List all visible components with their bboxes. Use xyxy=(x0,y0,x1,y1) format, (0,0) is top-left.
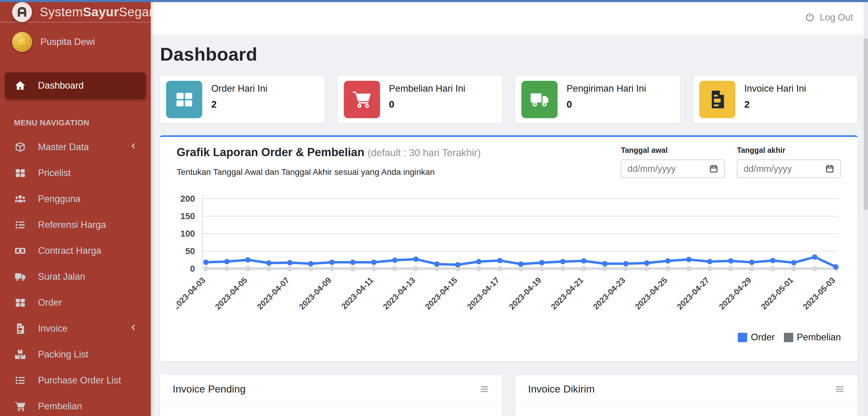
stat-cards-row: Order Hari Ini 2 Pembelian Hari Ini 0 Pe… xyxy=(160,76,858,123)
stat-card-invoice-hari-ini: Invoice Hari Ini 2 xyxy=(693,76,858,123)
stat-card-icon-tile xyxy=(166,81,202,118)
sidebar-item-surat-jalan[interactable]: Surat Jalan xyxy=(5,264,146,290)
panel-title: Invoice Pending xyxy=(173,383,246,395)
list-icon xyxy=(13,219,27,231)
chart-legend: OrderPembelian xyxy=(177,332,841,343)
sidebar-item-invoice[interactable]: Invoice xyxy=(5,316,146,341)
svg-text:0: 0 xyxy=(190,264,195,273)
sidebar-item-pembelian[interactable]: Pembelian xyxy=(5,393,146,416)
money-icon xyxy=(13,245,27,257)
svg-text:150: 150 xyxy=(181,211,195,221)
panel-menu-icon[interactable] xyxy=(835,384,845,394)
panel-invoice-pending: Invoice Pending No xyxy=(160,375,502,416)
date-to-input[interactable]: dd/mm/yyyy xyxy=(737,159,841,178)
svg-text:2023-04-23: 2023-04-23 xyxy=(591,275,627,311)
sidebar-item-packing-list[interactable]: Packing List xyxy=(5,341,146,367)
stat-card-value: 2 xyxy=(744,99,806,110)
stat-card-pengiriman-hari-ini: Pengiriman Hari Ini 0 xyxy=(516,76,680,123)
users-icon xyxy=(13,193,27,205)
stat-card-order-hari-ini: Order Hari Ini 2 xyxy=(160,76,324,123)
legend-label: Pembelian xyxy=(797,332,841,343)
sidebar-item-label: Contract Harga xyxy=(38,245,101,256)
sidebar-item-pengguna[interactable]: Pengguna xyxy=(5,186,146,212)
svg-text:2023-05-01: 2023-05-01 xyxy=(759,275,795,311)
svg-text:2023-04-21: 2023-04-21 xyxy=(549,275,585,311)
svg-text:2023-04-19: 2023-04-19 xyxy=(507,275,543,311)
bottom-panels-row: Invoice Pending No Invoice Dikirim No xyxy=(160,375,858,416)
boxes-icon xyxy=(13,349,27,360)
content: Dashboard Order Hari Ini 2 Pembelian Har… xyxy=(151,35,868,416)
legend-label: Order xyxy=(751,332,775,343)
chart-subtitle: Tentukan Tanggal Awal dan Tanggal Akhir … xyxy=(177,167,481,177)
legend-item-pembelian[interactable]: Pembelian xyxy=(784,332,841,343)
sidebar-item-purchase-order-list[interactable]: Purchase Order List xyxy=(5,367,146,393)
sidebar-item-label: Master Data xyxy=(38,142,89,152)
date-from-label: Tanggal awal xyxy=(621,146,725,155)
app-logo-icon xyxy=(12,2,32,22)
stat-card-title: Invoice Hari Ini xyxy=(744,83,806,94)
legend-item-order[interactable]: Order xyxy=(738,332,775,343)
sidebar: SystemSayurSegar Puspita Dewi Dashboard … xyxy=(0,0,151,416)
calendar-icon xyxy=(825,164,834,173)
cart-icon xyxy=(13,400,27,412)
chevron-left-icon xyxy=(129,142,137,152)
sidebar-item-master-data[interactable]: Master Data xyxy=(5,134,146,160)
svg-text:2023-04-13: 2023-04-13 xyxy=(381,275,417,311)
sidebar-item-label: Invoice xyxy=(38,323,67,334)
sidebar-item-order[interactable]: Order xyxy=(5,290,146,316)
svg-text:2023-04-09: 2023-04-09 xyxy=(297,275,333,311)
sidebar-item-referensi-harga[interactable]: Referensi Harga xyxy=(5,212,146,238)
svg-text:2023-04-07: 2023-04-07 xyxy=(255,275,291,311)
svg-text:2023-04-15: 2023-04-15 xyxy=(423,275,459,311)
legend-swatch xyxy=(738,333,747,342)
panel-body: No xyxy=(160,404,502,416)
svg-text:2023-05-03: 2023-05-03 xyxy=(801,275,837,311)
stat-card-value: 2 xyxy=(211,99,267,110)
sidebar-item-label: Packing List xyxy=(38,349,88,360)
svg-text:2023-04-29: 2023-04-29 xyxy=(717,275,753,311)
svg-text:2023-04-17: 2023-04-17 xyxy=(465,275,501,311)
chart-card: Grafik Laporan Order & Pembelian (defaul… xyxy=(160,135,858,361)
svg-text:50: 50 xyxy=(185,246,195,256)
chart-title: Grafik Laporan Order & Pembelian (defaul… xyxy=(177,146,481,159)
panel-menu-icon[interactable] xyxy=(479,384,490,394)
sidebar-item-pricelist[interactable]: Pricelist xyxy=(5,160,146,186)
date-from-input[interactable]: dd/mm/yyyy xyxy=(621,159,725,178)
scrollbar-track[interactable] xyxy=(864,2,868,416)
chevron-left-icon xyxy=(129,323,137,334)
scrollbar-thumb[interactable] xyxy=(864,38,868,210)
main-area: Log Out Dashboard Order Hari Ini 2 Pembe… xyxy=(151,0,868,416)
sidebar-item-label: Referensi Harga xyxy=(38,219,106,230)
stat-card-title: Pengiriman Hari Ini xyxy=(567,83,646,94)
brand: SystemSayurSegar xyxy=(0,0,151,22)
app-window: SystemSayurSegar Puspita Dewi Dashboard … xyxy=(0,0,868,416)
panel-header: Invoice Dikirim xyxy=(516,375,858,403)
svg-text:2023-04-11: 2023-04-11 xyxy=(340,275,375,311)
menu-section-label: MENU NAVIGATION xyxy=(14,118,146,127)
stat-card-title: Order Hari Ini xyxy=(211,83,267,94)
table-icon xyxy=(13,297,27,308)
svg-text:2023-04-05: 2023-04-05 xyxy=(213,275,249,311)
menu-list: Master Data Pricelist Pengguna Referensi… xyxy=(5,134,146,416)
user-name: Puspita Dewi xyxy=(40,36,95,47)
legend-swatch xyxy=(784,333,793,342)
user-block: Puspita Dewi xyxy=(0,22,151,62)
sidebar-item-contract-harga[interactable]: Contract Harga xyxy=(5,238,146,264)
stat-card-icon-tile xyxy=(521,81,558,118)
cube-icon xyxy=(13,141,27,153)
stat-card-title: Pembelian Hari Ini xyxy=(389,83,465,94)
date-to-label: Tanggal akhir xyxy=(737,146,841,155)
sidebar-item-dashboard[interactable]: Dashboard xyxy=(5,72,146,99)
stat-card-value: 0 xyxy=(567,99,646,110)
svg-text:100: 100 xyxy=(181,229,195,238)
stat-card-value: 0 xyxy=(389,99,465,110)
sidebar-nav: Dashboard MENU NAVIGATION Master Data Pr… xyxy=(0,62,151,416)
logout-button[interactable]: Log Out xyxy=(805,12,853,23)
page-title: Dashboard xyxy=(160,44,858,65)
list-icon xyxy=(13,375,27,386)
sidebar-item-label: Order xyxy=(38,297,62,308)
panel-header: Invoice Pending xyxy=(160,375,502,403)
svg-text:200: 200 xyxy=(181,194,195,204)
invoice-icon xyxy=(13,323,27,334)
stat-card-icon-tile xyxy=(699,81,735,118)
